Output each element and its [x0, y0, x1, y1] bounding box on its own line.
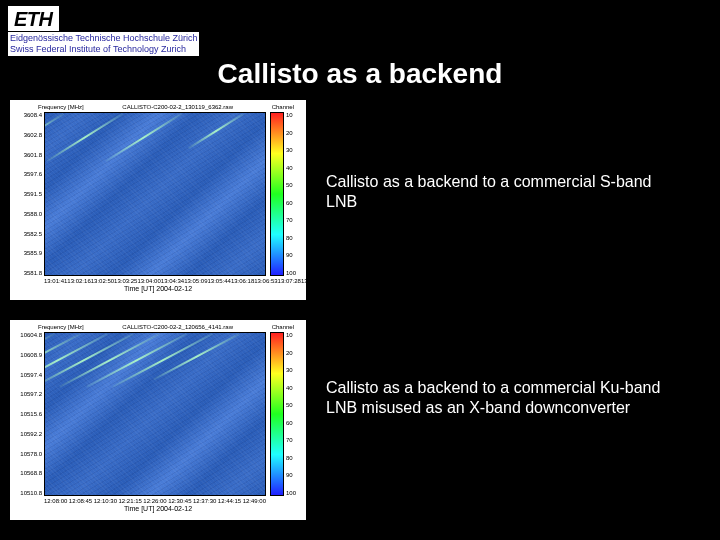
tick-label: 3582.5	[24, 231, 42, 237]
tick-label: 12:21:15	[118, 498, 141, 504]
caption-xband: Callisto as a backend to a commercial Ku…	[326, 378, 686, 418]
tick-label: 3601.8	[24, 152, 42, 158]
tick-label: 10578.0	[20, 451, 42, 457]
colorbar-ticks: 102030405060708090100	[284, 112, 302, 276]
eth-logo-subtitle: Eidgenössische Technische Hochschule Zür…	[8, 32, 199, 56]
chart-filename: CALLISTO-C200-02-2_120656_4141.raw	[122, 324, 233, 330]
tick-label: 10608.9	[20, 352, 42, 358]
y-axis-ticks: 3608.43602.83601.83597.63591.53588.03582…	[14, 112, 44, 276]
colorbar-ticks: 102030405060708090100	[284, 332, 302, 496]
tick-label: 13:05:44	[208, 278, 231, 284]
tick-label: 13:06:18	[231, 278, 254, 284]
tick-label: 10	[286, 332, 302, 338]
tick-label: 12:49:00	[243, 498, 266, 504]
tick-label: 10604.8	[20, 332, 42, 338]
tick-label: 50	[286, 402, 302, 408]
tick-label: 3602.8	[24, 132, 42, 138]
tick-label: 13:02:50	[91, 278, 114, 284]
tick-label: 30	[286, 367, 302, 373]
tick-label: 12:26:00	[143, 498, 166, 504]
cbar-label: Channel	[272, 324, 294, 330]
tick-label: 90	[286, 472, 302, 478]
tick-label: 90	[286, 252, 302, 258]
tick-label: 70	[286, 437, 302, 443]
tick-label: 13:04:00	[137, 278, 160, 284]
tick-label: 80	[286, 235, 302, 241]
x-axis-ticks: 13:01:4113:02:1613:02:5013:03:2513:04:00…	[14, 276, 302, 284]
tick-label: 12:37:30	[193, 498, 216, 504]
tick-label: 60	[286, 200, 302, 206]
tick-label: 10510.8	[20, 490, 42, 496]
spectrogram-xband: Frequency [MHz] CALLISTO-C200-02-2_12065…	[10, 320, 306, 520]
logo-sub-line1: Eidgenössische Technische Hochschule Zür…	[10, 33, 197, 44]
tick-label: 13:05:09	[184, 278, 207, 284]
cbar-label: Channel	[272, 104, 294, 110]
tick-label: 10592.2	[20, 431, 42, 437]
tick-label: 12:08:45	[69, 498, 92, 504]
heatmap-plot	[44, 332, 266, 496]
tick-label: 3591.5	[24, 191, 42, 197]
slide: ETH Eidgenössische Technische Hochschule…	[0, 0, 720, 540]
logo-sub-line2: Swiss Federal Institute of Technology Zu…	[10, 44, 197, 55]
tick-label: 70	[286, 217, 302, 223]
slide-title: Callisto as a backend	[0, 58, 720, 90]
ylabel: Frequency [MHz]	[38, 104, 84, 110]
tick-label: 40	[286, 385, 302, 391]
noise-texture	[45, 113, 265, 275]
tick-label: 12:30:45	[168, 498, 191, 504]
spectrogram-sband: Frequency [MHz] CALLISTO-C200-02-2_13011…	[10, 100, 306, 300]
caption-sband: Callisto as a backend to a commercial S-…	[326, 172, 686, 212]
chart-header: Frequency [MHz] CALLISTO-C200-02-2_12065…	[14, 324, 302, 332]
tick-label: 13:04:34	[161, 278, 184, 284]
tick-label: 10515.6	[20, 411, 42, 417]
tick-label: 13:08:37	[324, 278, 347, 284]
tick-label: 100	[286, 270, 302, 276]
chart-filename: CALLISTO-C200-02-2_130119_6362.raw	[122, 104, 233, 110]
tick-label: 3608.4	[24, 112, 42, 118]
tick-label: 30	[286, 147, 302, 153]
tick-label: 10597.4	[20, 372, 42, 378]
tick-label: 40	[286, 165, 302, 171]
x-axis-label: Time [UT] 2004-02-12	[14, 504, 302, 512]
tick-label: 10568.8	[20, 470, 42, 476]
colorbar	[270, 112, 284, 276]
tick-label: 12:10:30	[94, 498, 117, 504]
colorbar-gradient	[270, 332, 284, 496]
eth-logo: ETH	[8, 6, 59, 31]
tick-label: 13:01:41	[44, 278, 67, 284]
y-axis-ticks: 10604.810608.910597.410597.210515.610592…	[14, 332, 44, 496]
heatmap-plot	[44, 112, 266, 276]
tick-label: 60	[286, 420, 302, 426]
tick-label: 13:06:53	[254, 278, 277, 284]
chart-header: Frequency [MHz] CALLISTO-C200-02-2_13011…	[14, 104, 302, 112]
tick-label: 3588.0	[24, 211, 42, 217]
noise-texture	[45, 333, 265, 495]
tick-label: 12:44:15	[218, 498, 241, 504]
tick-label: 12:08:00	[44, 498, 67, 504]
tick-label: 13:07:28	[278, 278, 301, 284]
tick-label: 3585.9	[24, 250, 42, 256]
tick-label: 3597.6	[24, 171, 42, 177]
tick-label: 50	[286, 182, 302, 188]
tick-label: 3581.8	[24, 270, 42, 276]
tick-label: 100	[286, 490, 302, 496]
tick-label: 13:03:25	[114, 278, 137, 284]
x-axis-label: Time [UT] 2004-02-12	[14, 284, 302, 292]
x-axis-ticks: 12:08:0012:08:4512:10:3012:21:1512:26:00…	[14, 496, 302, 504]
tick-label: 13:08:02	[301, 278, 324, 284]
ylabel: Frequency [MHz]	[38, 324, 84, 330]
colorbar	[270, 332, 284, 496]
tick-label: 20	[286, 350, 302, 356]
tick-label: 10597.2	[20, 391, 42, 397]
tick-label: 13:02:16	[67, 278, 90, 284]
colorbar-gradient	[270, 112, 284, 276]
tick-label: 20	[286, 130, 302, 136]
tick-label: 10	[286, 112, 302, 118]
tick-label: 80	[286, 455, 302, 461]
